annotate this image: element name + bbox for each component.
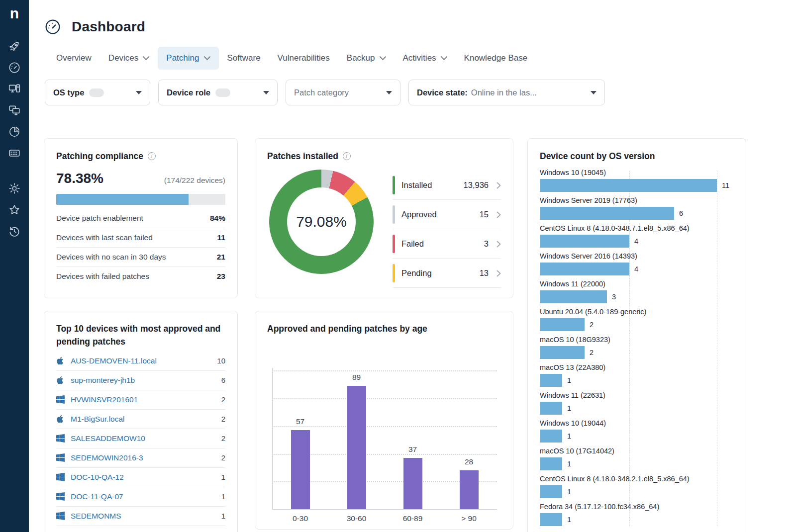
- tab-vulnerabilities[interactable]: Vulnerabilities: [269, 47, 338, 70]
- device-name-link[interactable]: SEDEMOWIN2016-3: [71, 453, 143, 462]
- age-x-label: > 90: [447, 514, 492, 523]
- settings-gear-icon[interactable]: [8, 182, 21, 195]
- os-bar[interactable]: [540, 402, 562, 415]
- os-bar[interactable]: [540, 318, 585, 331]
- os-row: Windows 11 (22631)1: [540, 391, 734, 415]
- os-bar[interactable]: [540, 430, 562, 443]
- device-name-link[interactable]: DOC-10-QA-12: [71, 473, 124, 482]
- os-label: macOS 10 (18G9323): [540, 336, 734, 344]
- tab-backup[interactable]: Backup: [338, 47, 395, 70]
- os-bar[interactable]: [540, 179, 717, 192]
- windows-icon: [56, 434, 65, 443]
- stat-value: 21: [217, 253, 225, 262]
- device-state-filter[interactable]: Device state: Online in the las...: [408, 80, 605, 105]
- card-title: Approved and pending patches by age: [267, 322, 427, 335]
- donut-center-value: 79.08%: [296, 213, 347, 230]
- legend-row-pending[interactable]: Pending13: [393, 259, 501, 288]
- chevron-down-icon: [143, 56, 149, 60]
- os-bar[interactable]: [540, 374, 562, 387]
- os-bar[interactable]: [540, 207, 674, 220]
- filter-bar: OS type Device role Patch category Devic…: [45, 80, 796, 105]
- tab-patching[interactable]: Patching: [158, 47, 218, 70]
- tab-overview[interactable]: Overview: [48, 47, 100, 70]
- reports-icon[interactable]: [8, 125, 21, 138]
- tab-activities[interactable]: Activities: [395, 47, 456, 70]
- card-title: Top 10 devices with most approved and pe…: [56, 322, 225, 349]
- os-barline: 3: [540, 290, 734, 303]
- legend-label: Pending: [401, 268, 432, 278]
- age-bar-value: 57: [286, 417, 315, 426]
- legend-color-bar: [393, 264, 395, 282]
- compliance-stat-row: Devices with no scan in 30 days21: [56, 248, 225, 267]
- stat-label: Devices with failed patches: [56, 272, 149, 281]
- stat-label: Devices with no scan in 30 days: [56, 253, 166, 262]
- age-bar: [460, 470, 479, 509]
- tab-bar: Overview Devices Patching Software Vulne…: [48, 47, 796, 70]
- device-name-link[interactable]: sup-monterey-jh1b: [71, 376, 135, 385]
- rocket-icon[interactable]: [8, 40, 21, 53]
- os-row: Windows Server 2019 (17763)6: [540, 196, 734, 220]
- device-row: sup-monterey-jh1b6: [56, 371, 225, 390]
- favorites-star-icon[interactable]: [8, 203, 21, 216]
- tab-knowledge-base[interactable]: Knowledge Base: [456, 47, 536, 70]
- os-row: Ubuntu 20.04 (5.4.0-189-generic)2: [540, 308, 734, 331]
- chevron-down-icon: [441, 56, 447, 60]
- compliance-stats: Device patch enablement84%Devices with l…: [56, 209, 225, 286]
- device-name-link[interactable]: AUS-DEMOVEN-11.local: [71, 356, 157, 365]
- page-title: Dashboard: [72, 19, 145, 35]
- device-name-link[interactable]: M1-BigSur.local: [71, 415, 125, 424]
- devices-icon[interactable]: [8, 83, 21, 95]
- device-name-link[interactable]: HVWINSVR201601: [71, 395, 138, 404]
- tab-devices[interactable]: Devices: [100, 47, 158, 70]
- device-patch-count: 2: [221, 395, 225, 404]
- legend-row-installed[interactable]: Installed13,936: [393, 171, 501, 200]
- windows-icon: [56, 512, 65, 520]
- age-bar: [347, 386, 366, 509]
- patch-category-filter[interactable]: Patch category: [286, 80, 400, 105]
- info-icon[interactable]: i: [343, 152, 351, 160]
- apple-icon: [56, 356, 65, 365]
- legend-row-failed[interactable]: Failed3: [393, 229, 501, 259]
- device-role-filter[interactable]: Device role: [158, 80, 278, 105]
- info-icon[interactable]: i: [148, 152, 156, 160]
- card-title: Patches installed: [267, 150, 338, 163]
- remote-screens-icon[interactable]: [8, 104, 21, 117]
- legend-value: 13: [480, 268, 489, 278]
- device-name-link[interactable]: SEDEMONMS: [71, 512, 121, 521]
- os-row: Windows 10 (19045)11: [540, 169, 734, 192]
- os-barline: 1: [540, 513, 734, 526]
- os-bar[interactable]: [540, 513, 562, 526]
- history-icon[interactable]: [8, 225, 21, 238]
- os-bar[interactable]: [540, 346, 585, 359]
- os-bar[interactable]: [540, 457, 562, 470]
- os-bar[interactable]: [540, 290, 607, 303]
- compliance-progress-bar: [56, 194, 225, 205]
- stat-value: 84%: [210, 214, 225, 223]
- legend-color-bar: [393, 205, 395, 224]
- stat-value: 23: [217, 272, 225, 281]
- ticketing-icon[interactable]: [8, 147, 21, 160]
- os-bar[interactable]: [540, 263, 629, 275]
- age-bar-chart: 570-308930-603760-8928> 90: [267, 350, 501, 525]
- caret-down-icon: [591, 91, 597, 94]
- top-devices-list: AUS-DEMOVEN-11.local10sup-monterey-jh1b6…: [56, 352, 225, 526]
- app-logo[interactable]: n: [10, 6, 19, 21]
- device-patch-count: 2: [221, 415, 225, 423]
- dashboard-icon[interactable]: [8, 61, 21, 74]
- filter-count-pill: [89, 89, 104, 97]
- legend-color-bar: [393, 176, 395, 194]
- os-type-filter[interactable]: OS type: [45, 80, 150, 105]
- os-bar-value: 2: [590, 349, 594, 356]
- device-name-link[interactable]: SALESADDEMOW10: [71, 434, 145, 443]
- legend-row-approved[interactable]: Approved15: [393, 200, 501, 229]
- age-x-label: 0-30: [278, 514, 323, 523]
- chart-gridline: [272, 398, 497, 399]
- chart-gridline: [272, 370, 497, 371]
- filter-count-pill: [215, 89, 230, 97]
- os-bar[interactable]: [540, 485, 562, 498]
- tab-software[interactable]: Software: [219, 47, 269, 70]
- device-name-link[interactable]: DOC-11-QA-07: [71, 492, 123, 501]
- chevron-right-icon: [497, 182, 501, 189]
- os-barline: 11: [540, 179, 734, 192]
- os-bar[interactable]: [540, 235, 629, 248]
